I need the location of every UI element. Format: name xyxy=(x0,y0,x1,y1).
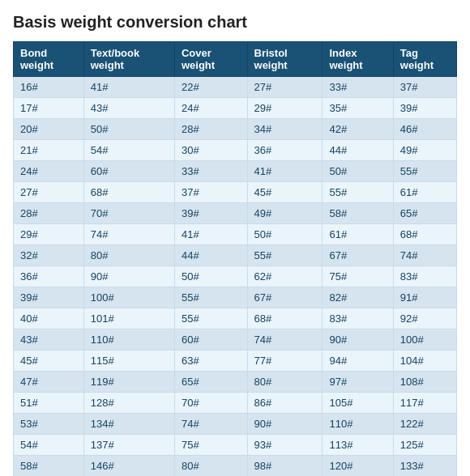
table-cell-r2-c5: 46# xyxy=(393,119,456,140)
table-cell-r15-c0: 51# xyxy=(14,393,84,414)
table-cell-r12-c4: 90# xyxy=(323,329,393,351)
table-row: 39#100#55#67#82#91# xyxy=(14,287,457,308)
table-row: 29#74#41#50#61#68# xyxy=(14,224,457,245)
table-cell-r8-c2: 44# xyxy=(174,245,247,266)
table-cell-r5-c3: 45# xyxy=(247,182,323,203)
table-cell-r5-c0: 27# xyxy=(14,182,84,203)
table-cell-r11-c5: 92# xyxy=(393,308,456,329)
table-cell-r13-c4: 94# xyxy=(323,351,393,372)
table-cell-r3-c5: 49# xyxy=(393,140,456,161)
table-cell-r18-c4: 120# xyxy=(323,456,393,477)
table-cell-r10-c2: 55# xyxy=(174,287,247,308)
table-cell-r12-c2: 60# xyxy=(174,329,247,351)
table-cell-r12-c0: 43# xyxy=(14,329,84,351)
table-cell-r1-c3: 29# xyxy=(247,98,323,119)
table-cell-r9-c2: 50# xyxy=(174,266,247,287)
table-row: 51#128#70#86#105#117# xyxy=(14,393,457,414)
table-cell-r13-c5: 104# xyxy=(393,351,456,372)
table-cell-r1-c4: 35# xyxy=(323,98,393,119)
table-cell-r13-c2: 63# xyxy=(174,351,247,372)
column-header-1: Text/book weight xyxy=(83,42,174,77)
column-header-3: Bristol weight xyxy=(247,42,323,77)
table-cell-r2-c2: 28# xyxy=(174,119,247,140)
table-cell-r2-c0: 20# xyxy=(14,119,84,140)
table-row: 17#43#24#29#35#39# xyxy=(14,98,457,119)
table-cell-r17-c1: 137# xyxy=(83,435,174,456)
table-cell-r0-c2: 22# xyxy=(174,77,247,98)
table-cell-r0-c4: 33# xyxy=(323,77,393,98)
table-row: 40#101#55#68#83#92# xyxy=(14,308,457,329)
table-row: 43#110#60#74#90#100# xyxy=(14,329,457,351)
table-cell-r10-c5: 91# xyxy=(393,287,456,308)
column-header-0: Bond weight xyxy=(14,42,84,77)
table-cell-r1-c0: 17# xyxy=(14,98,84,119)
table-row: 20#50#28#34#42#46# xyxy=(14,119,457,140)
table-row: 21#54#30#36#44#49# xyxy=(14,140,457,161)
table-cell-r11-c2: 55# xyxy=(174,308,247,329)
table-cell-r16-c4: 110# xyxy=(323,414,393,435)
table-row: 28#70#39#49#58#65# xyxy=(14,203,457,224)
table-cell-r11-c3: 68# xyxy=(247,308,323,329)
table-cell-r16-c0: 53# xyxy=(14,414,84,435)
column-header-5: Tag weight xyxy=(393,42,456,77)
table-cell-r9-c1: 90# xyxy=(83,266,174,287)
table-cell-r10-c1: 100# xyxy=(83,287,174,308)
table-cell-r13-c1: 115# xyxy=(83,351,174,372)
table-cell-r15-c2: 70# xyxy=(174,393,247,414)
table-cell-r6-c4: 58# xyxy=(323,203,393,224)
table-cell-r6-c2: 39# xyxy=(174,203,247,224)
table-cell-r3-c4: 44# xyxy=(323,140,393,161)
table-row: 36#90#50#62#75#83# xyxy=(14,266,457,287)
table-cell-r15-c1: 128# xyxy=(83,393,174,414)
table-cell-r16-c1: 134# xyxy=(83,414,174,435)
table-cell-r6-c0: 28# xyxy=(14,203,84,224)
table-cell-r4-c5: 55# xyxy=(393,161,456,182)
table-cell-r16-c2: 74# xyxy=(174,414,247,435)
table-cell-r5-c2: 37# xyxy=(174,182,247,203)
table-cell-r4-c4: 50# xyxy=(323,161,393,182)
table-cell-r7-c0: 29# xyxy=(14,224,84,245)
weight-conversion-table: Bond weightText/book weightCover weightB… xyxy=(13,41,457,476)
table-cell-r17-c4: 113# xyxy=(323,435,393,456)
table-cell-r15-c5: 117# xyxy=(393,393,456,414)
table-cell-r11-c1: 101# xyxy=(83,308,174,329)
table-cell-r1-c5: 39# xyxy=(393,98,456,119)
column-header-2: Cover weight xyxy=(174,42,247,77)
table-cell-r9-c4: 75# xyxy=(323,266,393,287)
table-cell-r8-c1: 80# xyxy=(83,245,174,266)
table-cell-r14-c0: 47# xyxy=(14,372,84,393)
table-cell-r12-c1: 110# xyxy=(83,329,174,351)
table-cell-r6-c1: 70# xyxy=(83,203,174,224)
table-cell-r0-c3: 27# xyxy=(247,77,323,98)
table-cell-r10-c3: 67# xyxy=(247,287,323,308)
table-cell-r7-c5: 68# xyxy=(393,224,456,245)
table-cell-r8-c5: 74# xyxy=(393,245,456,266)
table-cell-r7-c2: 41# xyxy=(174,224,247,245)
column-header-4: Index weight xyxy=(323,42,393,77)
table-cell-r6-c3: 49# xyxy=(247,203,323,224)
table-cell-r6-c5: 65# xyxy=(393,203,456,224)
table-cell-r4-c2: 33# xyxy=(174,161,247,182)
table-row: 58#146#80#98#120#133# xyxy=(14,456,457,477)
table-cell-r16-c5: 122# xyxy=(393,414,456,435)
table-cell-r8-c3: 55# xyxy=(247,245,323,266)
table-cell-r18-c2: 80# xyxy=(174,456,247,477)
table-cell-r3-c2: 30# xyxy=(174,140,247,161)
table-cell-r7-c1: 74# xyxy=(83,224,174,245)
table-cell-r13-c0: 45# xyxy=(14,351,84,372)
table-cell-r9-c5: 83# xyxy=(393,266,456,287)
table-cell-r15-c3: 86# xyxy=(247,393,323,414)
page-title: Basis weight conversion chart xyxy=(13,13,457,32)
table-row: 32#80#44#55#67#74# xyxy=(14,245,457,266)
table-cell-r4-c1: 60# xyxy=(83,161,174,182)
table-cell-r4-c3: 41# xyxy=(247,161,323,182)
table-cell-r18-c0: 58# xyxy=(14,456,84,477)
table-cell-r5-c4: 55# xyxy=(323,182,393,203)
table-cell-r8-c4: 67# xyxy=(323,245,393,266)
table-cell-r1-c1: 43# xyxy=(83,98,174,119)
table-row: 47#119#65#80#97#108# xyxy=(14,372,457,393)
table-row: 53#134#74#90#110#122# xyxy=(14,414,457,435)
table-cell-r18-c1: 146# xyxy=(83,456,174,477)
table-row: 54#137#75#93#113#125# xyxy=(14,435,457,456)
table-cell-r0-c1: 41# xyxy=(83,77,174,98)
